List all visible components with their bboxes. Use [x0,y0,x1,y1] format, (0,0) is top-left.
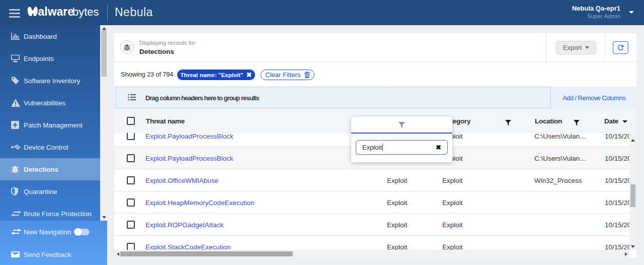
svg-text:bytes: bytes [72,6,99,18]
svg-text:alware: alware [38,6,74,18]
